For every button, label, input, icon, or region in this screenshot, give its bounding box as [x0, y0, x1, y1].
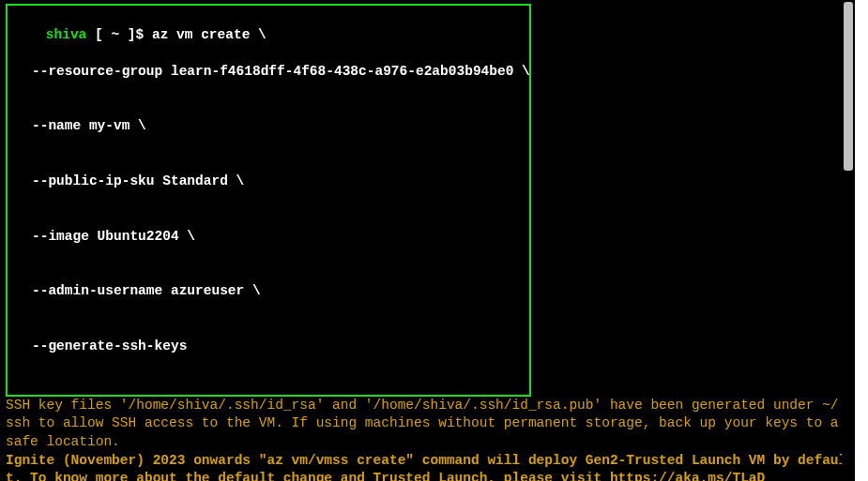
command-arg: --generate-ssh-keys	[13, 338, 524, 356]
command-highlight-box: shiva [ ~ ]$ az vm create \ --resource-g…	[6, 4, 531, 397]
command-arg: --admin-username azureuser \	[13, 282, 524, 301]
command-arg: --public-ip-sku Standard \	[13, 173, 524, 191]
terminal[interactable]: shiva [ ~ ]$ az vm create \ --resource-g…	[0, 0, 855, 481]
prompt-open-bracket: [	[86, 27, 111, 42]
scrollbar-track[interactable]	[842, 0, 855, 481]
prompt-dollar: $	[136, 27, 152, 42]
ignite-warning-message: Ignite (November) 2023 onwards "az vm/vm…	[6, 452, 849, 482]
prompt-user: shiva	[46, 27, 87, 42]
command-base: az vm create \	[152, 27, 266, 42]
prompt-close-bracket: ]	[119, 27, 135, 42]
prompt-path: ~	[111, 27, 119, 42]
command-arg: --name my-vm \	[13, 117, 524, 136]
command-arg: --resource-group learn-f4618dff-4f68-438…	[13, 63, 524, 82]
scrollbar-thumb[interactable]	[844, 2, 853, 171]
ssh-keygen-message: SSH key files '/home/shiva/.ssh/id_rsa' …	[6, 397, 849, 452]
command-arg: --image Ubuntu2204 \	[13, 228, 524, 247]
